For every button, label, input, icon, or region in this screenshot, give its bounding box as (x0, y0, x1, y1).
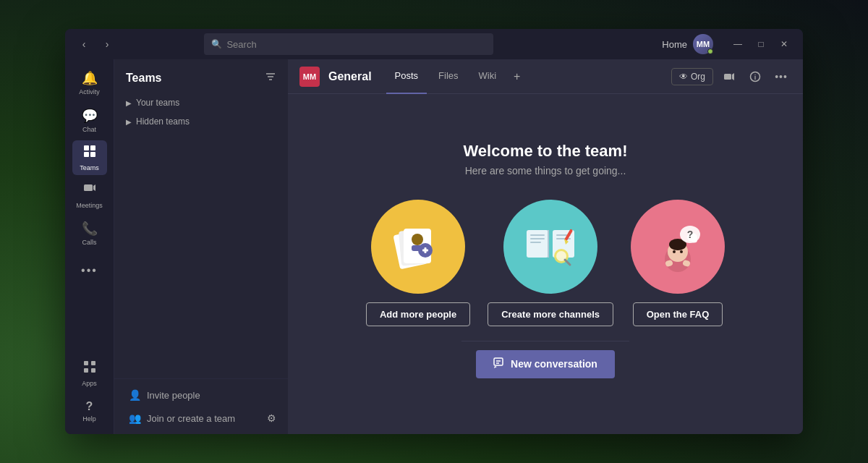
window-controls: — □ ✕ (728, 34, 794, 54)
add-tab-button[interactable]: + (508, 70, 526, 83)
svg-rect-3 (90, 152, 95, 157)
sidebar: 🔔 Activity 💬 Chat Teams (65, 59, 114, 434)
nav-controls: ‹ › (74, 34, 117, 54)
channel-area: MM General Posts Files Wiki + 👁 Org (288, 59, 803, 434)
tab-posts[interactable]: Posts (386, 59, 427, 94)
video-button[interactable] (719, 67, 739, 87)
search-bar[interactable]: 🔍 Search (204, 33, 493, 55)
open-faq-button[interactable]: Open the FAQ (633, 302, 723, 326)
more-icon: ••• (81, 264, 98, 277)
back-button[interactable]: ‹ (74, 34, 94, 54)
svg-rect-49 (494, 358, 503, 365)
join-team-item[interactable]: 👥 Join or create a team (123, 408, 264, 428)
svg-rect-13 (724, 74, 731, 80)
caret-icon: ▶ (126, 99, 132, 107)
forward-button[interactable]: › (97, 34, 117, 54)
search-icon: 🔍 (211, 39, 222, 49)
maximize-button[interactable]: □ (751, 34, 771, 54)
home-label: Home (662, 39, 687, 50)
add-people-card: Add more people (366, 200, 470, 326)
hidden-teams-group[interactable]: ▶ Hidden teams (114, 112, 288, 131)
channel-tabs: Posts Files Wiki + (386, 59, 527, 94)
create-channels-card: Create more channels (488, 200, 613, 326)
teams-nav: ▶ Your teams ▶ Hidden teams (114, 90, 288, 378)
sidebar-item-activity[interactable]: 🔔 Activity (72, 65, 107, 100)
new-conversation-bar: New conversation (461, 341, 629, 387)
svg-point-20 (412, 234, 423, 245)
svg-rect-7 (91, 361, 95, 365)
your-teams-group[interactable]: ▶ Your teams (114, 93, 288, 112)
svg-text:i: i (754, 74, 757, 81)
svg-rect-4 (84, 184, 93, 191)
channel-header: MM General Posts Files Wiki + 👁 Org (288, 59, 803, 94)
faq-illustration: ? (631, 200, 725, 294)
teams-title: Teams (126, 72, 162, 85)
svg-rect-1 (90, 145, 95, 150)
join-team-row: 👥 Join or create a team ⚙ (123, 408, 279, 428)
sidebar-item-meetings[interactable]: Meetings (72, 178, 107, 213)
calls-icon: 📞 (82, 221, 98, 237)
help-icon: ? (86, 400, 93, 413)
welcome-subtitle: Here are some things to get going... (465, 165, 626, 177)
svg-rect-24 (425, 247, 427, 253)
sidebar-item-calls[interactable]: 📞 Calls (72, 216, 107, 250)
svg-rect-25 (527, 230, 548, 258)
channel-icon: MM (299, 67, 320, 87)
add-people-illustration (371, 200, 465, 294)
svg-rect-28 (530, 234, 545, 236)
org-eye-icon: 👁 (679, 72, 688, 82)
svg-rect-9 (91, 368, 95, 373)
home-section: Home MM (662, 34, 713, 54)
invite-icon: 👤 (129, 389, 141, 401)
svg-rect-8 (84, 368, 88, 373)
svg-point-42 (680, 250, 683, 253)
channel-name: General (328, 70, 372, 83)
sidebar-item-teams[interactable]: Teams (72, 140, 107, 175)
meetings-icon (82, 182, 97, 200)
teams-icon (82, 144, 97, 162)
settings-icon[interactable]: ⚙ (264, 409, 279, 427)
info-button[interactable]: i (745, 67, 765, 87)
caret-icon: ▶ (126, 118, 132, 126)
svg-rect-2 (84, 152, 89, 157)
teams-panel: Teams ▶ Your teams ▶ Hidden teams (114, 59, 288, 434)
close-button[interactable]: ✕ (774, 34, 794, 54)
avatar[interactable]: MM (693, 34, 713, 54)
online-status (707, 48, 713, 54)
new-conversation-button[interactable]: New conversation (476, 350, 615, 378)
svg-rect-30 (530, 242, 541, 243)
svg-rect-0 (84, 145, 89, 150)
more-options-button[interactable]: ••• (771, 67, 791, 87)
svg-line-35 (565, 260, 570, 265)
welcome-content: Welcome to the team! Here are some thing… (288, 94, 803, 434)
invite-people-item[interactable]: 👤 Invite people (123, 385, 279, 405)
svg-marker-5 (93, 184, 95, 191)
channel-actions: 👁 Org i ••• (671, 67, 791, 87)
minimize-button[interactable]: — (728, 34, 748, 54)
filter-icon[interactable] (265, 71, 276, 85)
sidebar-item-apps[interactable]: Apps (72, 356, 107, 391)
tab-wiki[interactable]: Wiki (470, 59, 506, 94)
sidebar-item-more[interactable]: ••• (72, 253, 107, 288)
svg-marker-14 (732, 73, 734, 80)
welcome-title: Welcome to the team! (464, 142, 628, 161)
apps-icon (82, 360, 97, 378)
svg-rect-29 (530, 238, 545, 239)
action-cards: Add more people (366, 200, 725, 326)
create-more-channels-button[interactable]: Create more channels (488, 302, 613, 326)
join-icon: 👥 (129, 412, 141, 424)
search-placeholder: Search (226, 39, 256, 50)
tab-files[interactable]: Files (430, 59, 467, 94)
svg-rect-6 (84, 361, 88, 365)
svg-point-41 (673, 250, 676, 253)
main-area: 🔔 Activity 💬 Chat Teams (65, 59, 803, 434)
sidebar-item-chat[interactable]: 💬 Chat (72, 103, 107, 137)
add-more-people-button[interactable]: Add more people (366, 302, 470, 326)
svg-text:?: ? (687, 229, 694, 240)
sidebar-item-help[interactable]: ? Help (72, 394, 107, 428)
app-window: ‹ › 🔍 Search Home MM — □ ✕ 🔔 Activity (65, 29, 803, 434)
chat-icon: 💬 (82, 108, 98, 124)
teams-header: Teams (114, 59, 288, 90)
create-channels-illustration (503, 200, 597, 294)
org-button[interactable]: 👁 Org (671, 68, 713, 85)
